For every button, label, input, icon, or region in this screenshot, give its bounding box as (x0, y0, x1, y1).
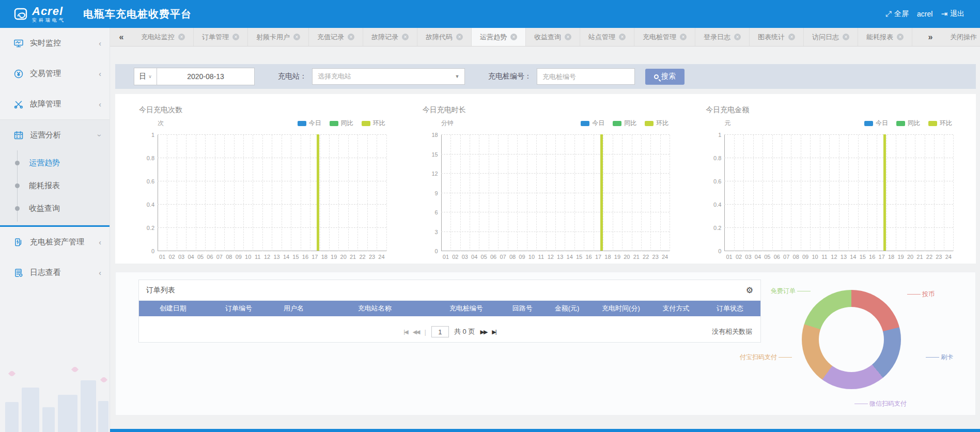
tab-能耗报表[interactable]: 能耗报表× (858, 28, 912, 46)
gridline-vertical (367, 135, 368, 251)
y-axis-unit-label: 元 (724, 119, 730, 128)
sidebar-item-revenue-query[interactable]: 收益查询 (0, 197, 110, 220)
tab-close-icon[interactable]: × (565, 34, 571, 40)
tab-close-icon[interactable]: × (897, 34, 904, 40)
sidebar-item-pile-assets[interactable]: 充电桩资产管理 ‹ (0, 227, 110, 257)
y-tick-label: 1 (706, 132, 721, 138)
legend-item-今日[interactable]: 今日 (581, 119, 604, 128)
sidebar-item-log-view[interactable]: 日志查看 ‹ (0, 257, 110, 288)
x-tick-label: 12 (264, 254, 270, 260)
x-tick-label: 23 (369, 254, 375, 260)
tab-运营趋势[interactable]: 运营趋势× (472, 28, 526, 46)
gridline-vertical (243, 135, 244, 251)
date-input[interactable] (157, 68, 254, 85)
x-tick-label: 16 (302, 254, 308, 260)
tab-close-icon[interactable]: × (680, 34, 687, 40)
tab-收益查询[interactable]: 收益查询× (526, 28, 580, 46)
legend-item-环比[interactable]: 环比 (645, 119, 668, 128)
tab-访问日志[interactable]: 访问日志× (804, 28, 858, 46)
logout-button[interactable]: ⇥ 退出 (941, 9, 965, 19)
sidebar-item-energy-report[interactable]: 能耗报表 (0, 174, 110, 197)
station-select[interactable]: 选择充电站 ▼ (312, 68, 465, 85)
table-body-empty (139, 316, 760, 321)
search-button-label: 搜索 (661, 72, 676, 81)
tab-站点管理[interactable]: 站点管理× (580, 28, 634, 46)
chart-title: 今日充电金额 (706, 105, 955, 115)
legend-item-同比[interactable]: 同比 (896, 119, 920, 128)
app-header: Acrel 安科瑞电气 电瓶车充电桩收费平台 ⤢ 全屏 acrel ⇥ 退出 (0, 0, 980, 28)
username[interactable]: acrel (917, 10, 932, 18)
tab-图表统计[interactable]: 图表统计× (750, 28, 804, 46)
gridline-vertical (867, 135, 868, 251)
tab-close-icon[interactable]: × (348, 34, 354, 40)
tab-label: 站点管理 (588, 33, 615, 42)
transaction-icon (13, 69, 24, 79)
tab-充电站监控[interactable]: 充电站监控× (133, 28, 194, 46)
prev-page-icon[interactable]: ◀◀ (413, 329, 419, 335)
tab-故障记录[interactable]: 故障记录× (363, 28, 417, 46)
tab-充电桩管理[interactable]: 充电桩管理× (634, 28, 695, 46)
last-page-icon[interactable]: ▶| (492, 329, 495, 335)
tab-close-icon[interactable]: × (232, 34, 239, 40)
chart-legend: 今日同比环比 (298, 119, 385, 128)
tab-close-icon[interactable]: × (293, 34, 300, 40)
tab-射频卡用户[interactable]: 射频卡用户× (248, 28, 309, 46)
gridline-vertical (262, 135, 263, 251)
next-page-icon[interactable]: ▶▶ (480, 329, 487, 335)
legend-item-今日[interactable]: 今日 (864, 119, 888, 128)
legend-label: 今日 (592, 119, 604, 128)
tab-label: 运营趋势 (480, 33, 507, 42)
x-tick-label: 13 (273, 254, 279, 260)
close-operations-menu[interactable]: 关闭操作 (942, 28, 980, 46)
x-tick-label: 07 (216, 254, 223, 260)
tab-close-icon[interactable]: × (510, 34, 517, 40)
sidebar-item-operation-analysis[interactable]: 运营分析 › (0, 120, 110, 150)
sidebar-item-realtime-monitor[interactable]: 实时监控 ‹ (0, 28, 110, 58)
legend-item-环比[interactable]: 环比 (362, 119, 385, 128)
y-tick-label: 0.4 (706, 202, 721, 208)
legend-item-同比[interactable]: 同比 (613, 119, 636, 128)
order-list-panel: 订单列表 ⚙ 创建日期订单编号用户名充电站名称充电桩编号回路号金额(元)充电时间… (138, 280, 761, 343)
gridline-vertical (489, 135, 489, 251)
donut-label-free-order: 免费订单 (771, 287, 811, 296)
pile-number-input[interactable] (537, 68, 635, 85)
tab-close-icon[interactable]: × (456, 34, 463, 40)
gridline-vertical (858, 135, 859, 251)
legend-swatch (864, 121, 873, 126)
sidebar-item-faults[interactable]: 故障管理 ‹ (0, 89, 110, 119)
tab-close-icon[interactable]: × (619, 34, 626, 40)
bar-环比[interactable] (600, 134, 603, 251)
tab-close-icon[interactable]: × (402, 34, 409, 40)
tabs-scroll-right-button[interactable]: » (919, 28, 942, 46)
tab-close-icon[interactable]: × (734, 34, 741, 40)
legend-item-同比[interactable]: 同比 (330, 119, 353, 128)
legend-item-今日[interactable]: 今日 (298, 119, 321, 128)
legend-item-环比[interactable]: 环比 (928, 119, 952, 128)
gridline-vertical (801, 135, 801, 251)
sidebar-item-operation-trend[interactable]: 运营趋势 (0, 151, 110, 174)
x-tick-label: 15 (576, 254, 582, 260)
charging-pile-icon (13, 237, 24, 248)
tab-close-icon[interactable]: × (178, 34, 185, 40)
page-number-input[interactable] (431, 326, 449, 337)
tab-故障代码[interactable]: 故障代码× (417, 28, 472, 46)
sidebar-item-transactions[interactable]: 交易管理 ‹ (0, 58, 110, 89)
search-button[interactable]: 搜索 (645, 69, 685, 85)
bar-环比[interactable] (883, 134, 886, 251)
tabs-scroll-left-button[interactable]: « (110, 28, 133, 46)
fullscreen-button[interactable]: ⤢ 全屏 (885, 9, 909, 19)
tab-登录日志[interactable]: 登录日志× (695, 28, 750, 46)
tab-订单管理[interactable]: 订单管理× (194, 28, 248, 46)
period-select[interactable]: 日 ∨ (134, 68, 157, 85)
tab-label: 访问日志 (812, 33, 839, 42)
horizontal-scrollbar[interactable] (110, 429, 980, 432)
legend-label: 环比 (656, 119, 668, 128)
x-tick-label: 20 (340, 254, 347, 260)
first-page-icon[interactable]: |◀ (403, 329, 407, 335)
x-tick-label: 04 (755, 254, 761, 260)
tab-充值记录[interactable]: 充值记录× (309, 28, 363, 46)
gridline-vertical (763, 135, 763, 251)
bar-环比[interactable] (317, 134, 319, 251)
tab-close-icon[interactable]: × (788, 34, 795, 40)
tab-close-icon[interactable]: × (843, 34, 849, 40)
